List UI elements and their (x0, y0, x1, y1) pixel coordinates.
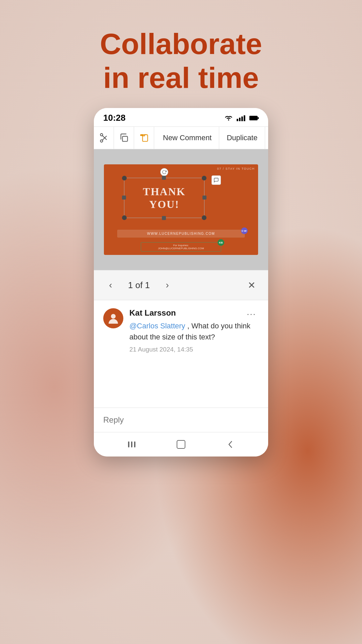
delete-button[interactable]: Delete (265, 126, 268, 149)
toolbar: New Comment Duplicate Delete (94, 126, 268, 149)
svg-point-9 (100, 134, 103, 136)
comment-mention: @Carlos Slattery (129, 322, 185, 330)
home-nav-button[interactable] (173, 438, 189, 450)
thank-you-text: THANK YOU! (124, 178, 204, 218)
slide-url: WWW.LUCERNEPUBLISHING.COM (147, 232, 215, 235)
svg-point-16 (111, 314, 116, 319)
status-bar: 10:28 (94, 108, 268, 126)
wifi-icon (224, 115, 233, 121)
handle-ml[interactable] (122, 196, 126, 200)
prev-page-button[interactable]: ‹ (103, 278, 118, 292)
svg-rect-6 (250, 116, 256, 120)
handle-bm[interactable] (162, 216, 166, 220)
selected-text-element[interactable]: THANK YOU! (124, 178, 204, 218)
svg-rect-18 (131, 441, 132, 447)
handle-tr[interactable] (202, 176, 206, 180)
svg-rect-20 (177, 440, 185, 448)
phone-mockup: 10:28 (94, 108, 268, 457)
signal-icon (237, 115, 246, 121)
url-element[interactable]: WWW.LUCERNEPUBLISHING.COM CW (117, 230, 245, 237)
avatar (103, 308, 123, 328)
handle-br[interactable] (202, 215, 206, 220)
comment-more-button[interactable]: ··· (244, 308, 259, 320)
svg-rect-14 (140, 135, 143, 136)
comment-item: Kat Larsson ··· @Carlos Slattery , What … (103, 308, 259, 353)
svg-rect-1 (237, 119, 238, 121)
slide-label: 07 / STAY IN TOUCH (217, 167, 255, 170)
battery-icon (249, 115, 259, 121)
navigation-row: ‹ 1 of 1 › ✕ (94, 270, 268, 300)
page-indicator: 1 of 1 (128, 280, 150, 290)
thank-you-line1: THANK (143, 185, 185, 198)
status-time: 10:28 (103, 113, 126, 123)
cut-button[interactable] (94, 126, 114, 149)
comment-section: Kat Larsson ··· @Carlos Slattery , What … (94, 300, 268, 408)
handle-tm[interactable] (162, 176, 166, 180)
headline-section: Collaborate in real time (0, 0, 362, 108)
paste-button[interactable] (134, 126, 154, 149)
comment-bubble-indicator[interactable] (212, 175, 221, 185)
new-comment-button[interactable]: New Comment (156, 126, 219, 149)
duplicate-label: Duplicate (227, 133, 257, 142)
svg-rect-17 (128, 441, 129, 447)
handle-mr[interactable] (202, 196, 206, 200)
next-page-button[interactable]: › (160, 278, 175, 292)
slide: 07 / STAY IN TOUCH (104, 164, 258, 255)
headline-line2: in real time (103, 61, 259, 94)
rotate-handle[interactable] (160, 168, 168, 176)
back-nav-button[interactable] (222, 438, 239, 450)
comment-body: Kat Larsson ··· @Carlos Slattery , What … (129, 308, 259, 353)
comment-author: Kat Larsson (129, 308, 176, 318)
kb-user-badge: KB (218, 239, 224, 246)
headline-line1: Collaborate (100, 27, 262, 60)
headline-text: Collaborate in real time (0, 27, 362, 95)
comment-text: @Carlos Slattery , What do you think abo… (129, 320, 259, 342)
svg-rect-3 (241, 116, 243, 121)
copy-button[interactable] (114, 126, 134, 149)
svg-point-0 (228, 119, 229, 121)
status-icons (224, 115, 259, 121)
thank-you-line2: YOU! (149, 198, 179, 210)
svg-rect-7 (258, 117, 259, 119)
handle-bl[interactable] (122, 215, 127, 220)
svg-point-8 (100, 140, 103, 142)
svg-rect-4 (244, 115, 245, 121)
reply-input[interactable] (103, 415, 259, 425)
new-comment-label: New Comment (163, 133, 212, 142)
canvas-area[interactable]: 07 / STAY IN TOUCH (94, 149, 268, 270)
menu-nav-button[interactable] (123, 438, 140, 450)
reply-section[interactable] (94, 408, 268, 432)
svg-rect-2 (239, 118, 241, 121)
cw-user-badge: CW (241, 227, 248, 234)
duplicate-button[interactable]: Duplicate (219, 126, 265, 149)
inquiry-email: JOHN@LUCERNEPUBLISHING.COM (142, 247, 220, 250)
inquiry-element[interactable]: For Inquiries: JOHN@LUCERNEPUBLISHING.CO… (141, 242, 221, 252)
close-panel-button[interactable]: ✕ (244, 278, 259, 292)
comment-timestamp: 21 August 2024, 14:35 (129, 346, 259, 353)
bottom-nav (94, 432, 268, 457)
svg-rect-12 (122, 137, 127, 142)
inquiry-label: For Inquiries: (142, 244, 220, 247)
svg-rect-19 (134, 441, 135, 447)
